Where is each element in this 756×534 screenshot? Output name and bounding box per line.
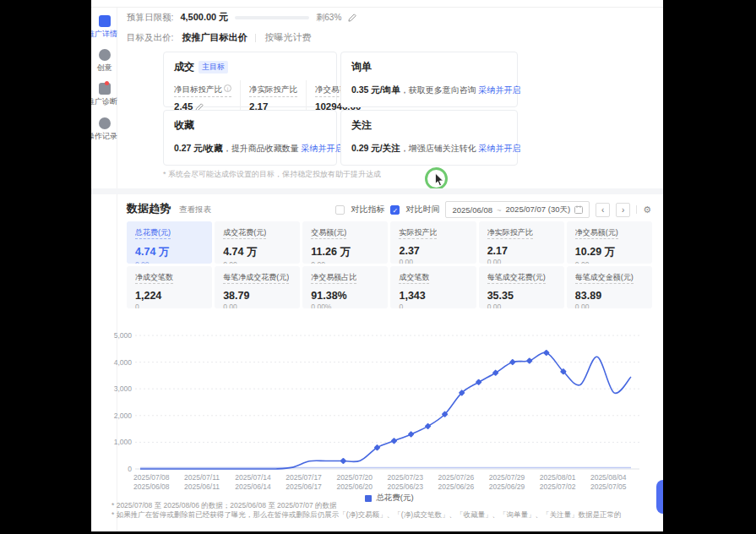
section-divider: [91, 188, 663, 194]
sidebar-item-label: 创意: [91, 63, 117, 74]
svg-text:2025/06/23: 2025/06/23: [388, 482, 424, 491]
sidebar-item-label: 推广诊断: [91, 96, 117, 107]
trend-controls: 对比指标 ✓ 对比时间 2025/06/08 ~ 2025/07/07 (30天…: [335, 201, 651, 218]
svg-text:3,000: 3,000: [114, 384, 133, 393]
svg-text:2025/07/11: 2025/07/11: [184, 473, 220, 482]
svg-text:2025/07/17: 2025/07/17: [286, 473, 322, 482]
adopt-enable-link[interactable]: 采纳并开启: [479, 85, 521, 95]
goal-card-title: 成交: [174, 60, 194, 74]
trends-header: 数据趋势 查看报表: [127, 201, 211, 216]
sidebar-item-label: 推广详情: [91, 29, 117, 40]
metric-card-net-actual-roi[interactable]: 净实际投产比2.170.00: [479, 221, 564, 264]
compare-metric-label: 对比指标: [351, 204, 384, 215]
budget-progress-bar: [235, 16, 309, 19]
legend-label: 总花费(元): [376, 493, 413, 504]
metric-card-cost-per-order[interactable]: 每笔成交花费(元)35.350.00: [479, 266, 564, 308]
metric-card-net-orders[interactable]: 净成交笔数1,2240: [127, 266, 212, 308]
adopt-enable-link[interactable]: 采纳并开启: [302, 144, 344, 153]
side-float-button[interactable]: [656, 480, 663, 514]
svg-text:2025/06/26: 2025/06/26: [438, 482, 475, 491]
budget-label: 预算日限额:: [127, 12, 173, 24]
compare-time-checkbox[interactable]: ✓: [390, 205, 400, 215]
goal-card-title: 关注: [351, 118, 372, 133]
goal-card-title: 收藏: [174, 118, 194, 133]
view-report-link[interactable]: 查看报表: [179, 204, 211, 215]
goal-card-deal[interactable]: 成交 主目标 净目标投产比i 2.45 净实际投产比 2.17 净交易额(元) …: [163, 52, 337, 107]
sidebar-item-creative[interactable]: 创意: [91, 49, 117, 74]
calendar-icon: [574, 205, 583, 214]
info-icon[interactable]: i: [224, 84, 231, 92]
svg-text:2025/06/11: 2025/06/11: [184, 482, 220, 491]
svg-text:2025/07/29: 2025/07/29: [489, 473, 525, 482]
svg-text:4,000: 4,000: [114, 358, 133, 367]
goal-card-title: 询单: [351, 60, 372, 74]
legend-swatch: [365, 495, 372, 502]
metric-card-net-cost-per-order[interactable]: 每笔净成交花费(元)38.790.00: [215, 266, 300, 308]
metric-grid: 总花费(元)4.74 万0.00 成交花费(元)4.74 万0.00 交易额(元…: [127, 221, 652, 308]
trend-chart-svg: 01,0002,0003,0004,0005,0002025/07/082025…: [110, 319, 650, 491]
budget-row: 预算日限额: 4,500.00 元 剩63%: [127, 11, 357, 24]
svg-text:2,000: 2,000: [114, 411, 133, 420]
svg-text:2025/08/04: 2025/08/04: [590, 473, 627, 482]
gear-icon[interactable]: ⚙: [643, 204, 651, 215]
metric-card-deal-spend[interactable]: 成交花费(元)4.74 万0.00: [215, 221, 300, 264]
svg-text:2025/07/08: 2025/07/08: [133, 473, 170, 482]
clock-icon: [99, 117, 111, 129]
svg-text:0: 0: [128, 465, 132, 473]
top-divider: [91, 7, 663, 8]
metric-card-orders[interactable]: 成交笔数1,3430: [390, 266, 476, 308]
promo-detail-icon: [99, 15, 111, 27]
goal-card-inquiry[interactable]: 询单 0.35 元/询单，获取更多意向咨询 采纳并开启: [340, 52, 518, 107]
svg-text:2025/06/14: 2025/06/14: [235, 482, 271, 491]
svg-text:2025/07/14: 2025/07/14: [235, 473, 271, 482]
main-goal-badge: 主目标: [199, 61, 228, 74]
svg-text:2025/07/20: 2025/07/20: [336, 473, 373, 482]
compare-metric-checkbox[interactable]: [335, 205, 345, 215]
chart-footnote-2: * 如果推广在暂停或删除前已经获得了曝光，那么在暂停或删除后仍展示「(净)交易额…: [111, 510, 622, 520]
budget-amount: 4,500.00 元: [180, 11, 228, 24]
mouse-cursor-icon: [433, 173, 445, 187]
svg-text:2025/07/23: 2025/07/23: [388, 473, 424, 482]
tab-bid-by-goal[interactable]: 按推广目标出价: [182, 31, 247, 44]
goal-card-desc: 0.27 元/收藏，提升商品收藏数量 采纳并开启: [174, 143, 326, 155]
goal-card-follow[interactable]: 关注 0.29 元/关注，增强店铺关注转化 采纳并开启: [340, 110, 518, 166]
prev-period-button[interactable]: ‹: [596, 203, 610, 217]
deal-metric-actual-roi: 净实际投产比 2.17: [240, 80, 306, 112]
svg-text:2025/07/02: 2025/07/02: [540, 482, 576, 491]
svg-text:5,000: 5,000: [114, 331, 133, 340]
metric-card-net-gmv-ratio[interactable]: 净交易额占比91.38%0.00%: [302, 266, 388, 308]
tab-bid-by-impression[interactable]: 按曝光计费: [264, 31, 311, 44]
goal-bidding-row: 目标及出价: 按推广目标出价 按曝光计费: [127, 31, 311, 44]
svg-text:2025/06/29: 2025/06/29: [489, 482, 525, 491]
metric-card-total-spend[interactable]: 总花费(元)4.74 万0.00: [127, 221, 212, 264]
metric-card-gmv[interactable]: 交易额(元)11.26 万0.00: [302, 221, 388, 264]
svg-text:2025/06/20: 2025/06/20: [336, 482, 373, 491]
sidebar-item-label: 操作记录: [91, 131, 117, 142]
next-period-button[interactable]: ›: [616, 203, 630, 217]
goal-bidding-label: 目标及出价:: [127, 32, 173, 44]
sidebar-item-promo-detail[interactable]: 推广详情: [91, 15, 117, 40]
adopt-enable-link[interactable]: 采纳并开启: [479, 144, 521, 153]
compare-time-label: 对比时间: [405, 204, 439, 215]
screen: 推广详情 创意 推广诊断 操作记录 预算日限额: 4,500.00 元 剩63%: [0, 0, 756, 534]
date-range-input[interactable]: 2025/06/08 ~ 2025/07/07 (30天): [445, 201, 590, 218]
notification-dot: [105, 81, 109, 85]
goal-card-desc: 0.35 元/询单，获取更多意向咨询 采纳并开启: [351, 84, 507, 96]
svg-text:2025/06/17: 2025/06/17: [286, 482, 322, 491]
ad-detail-panel: 推广详情 创意 推广诊断 操作记录 预算日限额: 4,500.00 元 剩63%: [91, 0, 663, 531]
tab-divider: [255, 34, 256, 42]
sidebar-item-diagnosis[interactable]: 推广诊断: [91, 83, 117, 107]
trends-title: 数据趋势: [127, 201, 171, 216]
sidebar-item-history[interactable]: 操作记录: [91, 117, 117, 142]
edit-budget-icon[interactable]: [348, 13, 357, 22]
goal-card-desc: 0.29 元/关注，增强店铺关注转化 采纳并开启: [351, 143, 507, 155]
metric-card-net-gmv[interactable]: 净交易额(元)10.29 万0.00: [567, 221, 652, 264]
metric-card-amount-per-order[interactable]: 每笔成交金额(元)83.890.00: [567, 266, 652, 308]
trend-chart: 01,0002,0003,0004,0005,0002025/07/082025…: [110, 319, 650, 494]
svg-text:2025/06/08: 2025/06/08: [133, 482, 170, 491]
goal-card-favorite[interactable]: 收藏 0.27 元/收藏，提升商品收藏数量 采纳并开启: [163, 110, 337, 166]
metric-card-actual-roi[interactable]: 实际投产比2.370.00: [390, 221, 476, 264]
svg-text:2025/07/26: 2025/07/26: [438, 473, 475, 482]
creative-icon: [99, 49, 111, 61]
svg-text:2025/07/05: 2025/07/05: [590, 482, 627, 491]
